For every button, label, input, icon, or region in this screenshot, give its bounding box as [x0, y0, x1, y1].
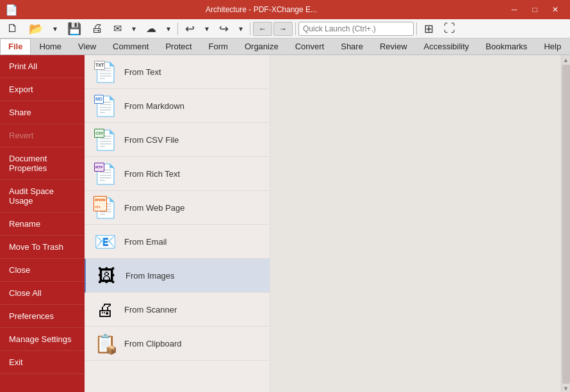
menu-help[interactable]: Help [535, 38, 569, 54]
separator-1 [177, 22, 178, 35]
close-button[interactable]: ✕ [546, 3, 565, 16]
view-button[interactable]: ⊞ [419, 21, 438, 37]
submenu-panel: 📄 TXT From Text 📄 MD From Markdown 📄 CSV… [85, 55, 270, 392]
sidebar-item-revert: Revert [0, 124, 85, 147]
sidebar-item-close[interactable]: Close [0, 259, 85, 282]
menu-bar: File Home View Comment Protect Form Orga… [0, 38, 570, 55]
menu-accessibility[interactable]: Accessibility [416, 38, 478, 54]
scrollbar[interactable]: ▲ ▼ [561, 55, 570, 392]
cloud-button[interactable]: ☁ [142, 21, 161, 37]
from-csv-icon: 📄 CSV [94, 128, 117, 151]
from-email-label: From Email [124, 237, 167, 247]
separator-4 [416, 22, 417, 35]
undo-button[interactable]: ↩ [181, 21, 199, 37]
submenu-from-scanner[interactable]: 🖨 From Scanner [85, 293, 270, 327]
sidebar-item-share[interactable]: Share [0, 101, 85, 124]
maximize-button[interactable]: □ [525, 3, 544, 16]
separator-3 [295, 22, 296, 35]
sidebar-item-exit[interactable]: Exit [0, 351, 85, 374]
menu-convert[interactable]: Convert [287, 38, 333, 54]
from-scanner-icon: 🖨 [94, 298, 117, 321]
sidebar-item-export[interactable]: Export [0, 78, 85, 101]
menu-form[interactable]: Form [200, 38, 236, 54]
menu-bookmarks[interactable]: Bookmarks [477, 38, 535, 54]
submenu-from-email[interactable]: 📧 From Email [85, 225, 270, 259]
sidebar-item-manage-settings[interactable]: Manage Settings [0, 328, 85, 351]
sidebar-item-document-properties[interactable]: Document Properties [0, 147, 85, 180]
email-button[interactable]: ✉ [109, 21, 126, 37]
separator-2 [250, 22, 250, 35]
from-text-label: From Text [124, 67, 161, 77]
redo-dropdown[interactable]: ▾ [234, 21, 247, 37]
menu-share[interactable]: Share [332, 38, 371, 54]
menu-review[interactable]: Review [371, 38, 416, 54]
menu-comment[interactable]: Comment [104, 38, 157, 54]
from-rich-text-icon: 📄 RTF [94, 162, 117, 185]
submenu-from-markdown[interactable]: 📄 MD From Markdown [85, 89, 270, 123]
content-area: ▲ ▼ [270, 55, 570, 392]
sidebar-item-close-all[interactable]: Close All [0, 282, 85, 305]
submenu-from-text[interactable]: 📄 TXT From Text [85, 55, 270, 89]
minimize-button[interactable]: ─ [505, 3, 524, 16]
menu-protect[interactable]: Protect [157, 38, 200, 54]
from-markdown-label: From Markdown [124, 101, 184, 111]
title-bar-left: 📄 [5, 4, 18, 16]
file-sidebar: Print All Export Share Revert Document P… [0, 55, 85, 392]
menu-file[interactable]: File [0, 38, 31, 54]
search-input[interactable] [298, 22, 414, 36]
sidebar-item-move-to-trash[interactable]: Move To Trash [0, 236, 85, 259]
from-web-page-label: From Web Page [124, 203, 184, 213]
window-title: Architecture - PDF-XChange E... [18, 5, 505, 14]
back-button[interactable]: ← [253, 22, 272, 36]
from-rich-text-label: From Rich Text [124, 169, 180, 179]
sidebar-item-preferences[interactable]: Preferences [0, 305, 85, 328]
from-clipboard-label: From Clipboard [124, 339, 182, 348]
submenu-from-clipboard[interactable]: 📋 📦 From Clipboard [85, 327, 270, 361]
menu-view[interactable]: View [70, 38, 104, 54]
app-icon: 📄 [5, 4, 18, 16]
submenu-from-csv[interactable]: 📄 CSV From CSV File [85, 123, 270, 157]
open-button[interactable]: 📂 [24, 21, 47, 37]
redo-button[interactable]: ↪ [215, 21, 233, 37]
from-images-icon: 🖼 [95, 264, 118, 287]
from-email-icon: 📧 [94, 230, 117, 253]
email-dropdown[interactable]: ▾ [127, 21, 140, 37]
from-web-page-icon: 📄 WWW</> [94, 196, 117, 219]
undo-dropdown[interactable]: ▾ [200, 21, 213, 37]
cloud-dropdown[interactable]: ▾ [162, 21, 175, 37]
from-csv-label: From CSV File [124, 135, 179, 145]
fullscreen-button[interactable]: ⛶ [439, 21, 460, 37]
sidebar-item-audit-space-usage[interactable]: Audit Space Usage [0, 180, 85, 213]
from-text-icon: 📄 TXT [94, 60, 117, 83]
from-scanner-label: From Scanner [124, 305, 177, 314]
menu-home[interactable]: Home [31, 38, 70, 54]
main-layout: Print All Export Share Revert Document P… [0, 55, 570, 392]
submenu-from-rich-text[interactable]: 📄 RTF From Rich Text [85, 157, 270, 191]
menu-organize[interactable]: Organize [236, 38, 287, 54]
title-bar-controls: ─ □ ✕ [505, 3, 565, 16]
open-dropdown[interactable]: ▾ [49, 21, 61, 37]
from-markdown-icon: 📄 MD [94, 94, 117, 117]
forward-button[interactable]: → [273, 22, 293, 36]
sidebar-item-rename[interactable]: Rename [0, 213, 85, 236]
save-button[interactable]: 💾 [63, 21, 86, 37]
title-bar: 📄 Architecture - PDF-XChange E... ─ □ ✕ [0, 0, 570, 19]
submenu-from-web-page[interactable]: 📄 WWW</> From Web Page [85, 191, 270, 225]
toolbar: 🗋 📂 ▾ 💾 🖨 ✉ ▾ ☁ ▾ ↩ ▾ ↪ ▾ ← → ⊞ ⛶ [0, 19, 570, 38]
from-images-label: From Images [126, 271, 175, 281]
from-clipboard-icon: 📋 📦 [94, 332, 117, 355]
print-button[interactable]: 🖨 [87, 21, 108, 37]
sidebar-item-print-all[interactable]: Print All [0, 55, 85, 78]
new-button[interactable]: 🗋 [3, 21, 23, 37]
submenu-from-images[interactable]: 🖼 From Images [85, 259, 270, 293]
